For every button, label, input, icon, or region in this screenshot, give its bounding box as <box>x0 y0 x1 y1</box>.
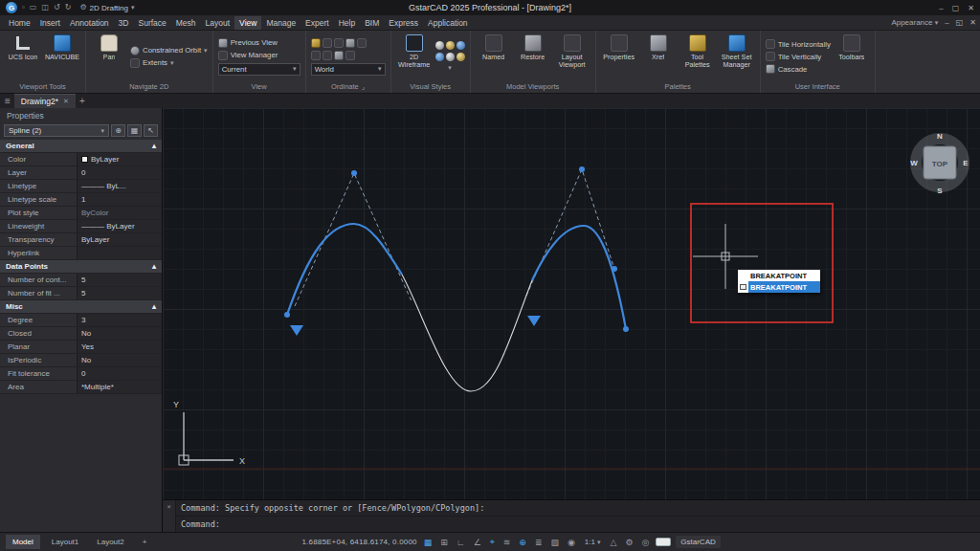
property-row-linetype-scale[interactable]: Linetype scale 1 <box>0 193 162 207</box>
menu-view[interactable]: View <box>234 16 261 30</box>
navcube[interactable]: TOP N S W E <box>910 132 969 195</box>
dynamic-input-icon[interactable]: ⊕ <box>517 538 528 547</box>
visual-style-sketchy-icon[interactable] <box>446 53 455 61</box>
previous-view-button[interactable]: Previous View <box>218 38 301 48</box>
ucs-icon-button[interactable]: UCS Icon <box>5 33 41 79</box>
menu-insert[interactable]: Insert <box>35 16 65 30</box>
selection-cycling-icon[interactable]: ◉ <box>566 538 577 547</box>
ordinate-reset-icon[interactable] <box>345 38 355 48</box>
property-row-plot-style[interactable]: Plot style ByColor <box>0 207 162 220</box>
property-row-hyperlink[interactable]: Hyperlink <box>0 247 162 260</box>
undo-icon[interactable]: ↺ <box>54 4 60 11</box>
ordinate-settings-icon[interactable] <box>357 38 367 48</box>
tile-vertically-button[interactable]: Tile Vertically <box>766 52 831 61</box>
property-row-fit-points[interactable]: Number of fit ... 5 <box>0 287 162 300</box>
properties-palette-button[interactable]: Properties <box>601 33 637 79</box>
visual-style-conceptual-icon[interactable] <box>457 41 465 50</box>
snap-mode-icon[interactable]: ⊞ <box>438 538 450 547</box>
ortho-mode-icon[interactable]: ∟ <box>455 538 467 547</box>
workspace-switching-icon[interactable]: ⚙ <box>623 538 635 547</box>
gstarcad-logo-icon[interactable]: G <box>6 2 17 13</box>
layout-viewport-button[interactable]: Layout Viewport <box>554 33 590 79</box>
property-row-fit-tolerance[interactable]: Fit tolerance 0 <box>0 367 162 381</box>
close-command-window-icon[interactable]: ✕ <box>167 503 170 532</box>
control-point[interactable] <box>623 326 629 332</box>
property-row-isperiodic[interactable]: IsPeriodic No <box>0 354 162 367</box>
autocomplete-item-highlighted[interactable]: BREAKATPOINT <box>738 281 820 293</box>
triangle-grip[interactable] <box>527 316 541 326</box>
spline-segment-right[interactable] <box>532 226 626 329</box>
property-row-layer[interactable]: Layer 0 <box>0 166 162 180</box>
open-file-icon[interactable]: ▭ <box>30 4 37 11</box>
restore-viewports-button[interactable]: Restore <box>515 33 551 79</box>
menu-help[interactable]: Help <box>334 16 360 30</box>
ordinate-y-icon[interactable] <box>334 38 344 48</box>
toolbars-button[interactable]: Toolbars <box>834 33 870 79</box>
drawing-canvas[interactable]: Y X TOP N S W E <box>163 108 980 499</box>
menu-manage[interactable]: Manage <box>261 16 301 30</box>
property-row-control-points[interactable]: Number of cont... 5 <box>0 274 162 287</box>
visual-style-xray-icon[interactable] <box>457 53 465 61</box>
section-header-general[interactable]: General ▴ <box>0 140 162 153</box>
polar-tracking-icon[interactable]: ∠ <box>472 538 483 547</box>
world-ucs-dropdown[interactable]: World ▾ <box>311 63 386 76</box>
chevron-down-icon[interactable]: ▾ <box>435 64 465 72</box>
add-layout-tab[interactable]: + <box>136 535 154 549</box>
select-objects-button[interactable]: ▦ <box>127 124 142 137</box>
menu-express[interactable]: Express <box>384 16 423 30</box>
save-icon[interactable]: ◫ <box>41 4 49 11</box>
menu-annotation[interactable]: Annotation <box>65 16 114 30</box>
control-point[interactable] <box>351 170 357 176</box>
quick-select-button[interactable]: ⊕ <box>111 124 125 137</box>
sheet-set-manager-button[interactable]: Sheet Set Manager <box>719 33 755 79</box>
minimize-button[interactable]: – <box>939 4 943 12</box>
navcube-east[interactable]: E <box>963 159 969 167</box>
control-point[interactable] <box>284 312 290 318</box>
property-row-closed[interactable]: Closed No <box>0 327 162 341</box>
autocomplete-item[interactable]: BREAKATPOINT <box>738 270 820 281</box>
lineweight-display-icon[interactable]: ≣ <box>533 538 545 547</box>
control-point[interactable] <box>579 166 585 172</box>
ordinate-x-icon[interactable] <box>323 38 332 48</box>
new-tab-button[interactable]: + <box>79 96 85 106</box>
dialog-launcher-icon[interactable]: ⌟ <box>362 82 366 91</box>
property-row-transparency[interactable]: Transparency ByLayer <box>0 233 162 247</box>
property-row-planar[interactable]: Planar Yes <box>0 341 162 354</box>
transparency-icon[interactable]: ▨ <box>548 538 561 547</box>
ucs-origin-icon[interactable] <box>323 51 332 60</box>
ucs-named-icon[interactable] <box>345 51 355 60</box>
layout1-tab[interactable]: Layout1 <box>45 535 85 549</box>
menu-bim[interactable]: BIM <box>360 16 384 30</box>
object-snap-tracking-icon[interactable]: ≋ <box>501 538 513 547</box>
tool-palettes-button[interactable]: Tool Palettes <box>679 33 716 79</box>
menu-layout[interactable]: Layout <box>201 16 235 30</box>
triangle-grip[interactable] <box>290 325 303 336</box>
property-row-linetype[interactable]: Linetype ——— ByL... <box>0 180 162 193</box>
doc-close-button[interactable]: ✕ <box>969 18 976 27</box>
document-tab-drawing2[interactable]: Drawing2* ✕ <box>14 94 76 108</box>
visual-style-hidden-icon[interactable] <box>435 53 444 61</box>
menu-mesh[interactable]: Mesh <box>171 16 201 30</box>
visual-style-shaded-icon[interactable] <box>446 41 455 50</box>
annotation-scale-dropdown[interactable]: 1:1 ▾ <box>582 538 604 546</box>
property-row-area[interactable]: Area *Multiple* <box>0 381 162 394</box>
section-header-data-points[interactable]: Data Points ▴ <box>0 260 162 274</box>
xref-palette-button[interactable]: Xref <box>640 33 677 79</box>
constrained-orbit-button[interactable]: Constrained Orbit ▾ <box>130 46 208 55</box>
isolate-objects-icon[interactable]: ◎ <box>639 538 651 547</box>
object-snap-icon[interactable]: ⌖ <box>488 537 497 547</box>
2d-wireframe-button[interactable]: 2D Wireframe <box>396 33 433 79</box>
selection-type-dropdown[interactable]: Spline (2) ▾ <box>4 124 109 137</box>
property-row-degree[interactable]: Degree 3 <box>0 314 162 327</box>
extents-button[interactable]: Extents ▾ <box>130 58 208 68</box>
pick-add-button[interactable]: ↖ <box>144 124 158 137</box>
view-manager-button[interactable]: View Manager <box>218 51 301 60</box>
tile-horizontally-button[interactable]: Tile Horizontally <box>766 39 831 49</box>
menu-3d[interactable]: 3D <box>114 16 134 30</box>
grid-display-icon[interactable]: ▦ <box>422 538 434 547</box>
property-row-lineweight[interactable]: Lineweight ——— ByLayer <box>0 220 162 233</box>
navcube-top-label[interactable]: TOP <box>932 160 948 168</box>
menu-surface[interactable]: Surface <box>133 16 170 30</box>
close-tab-icon[interactable]: ✕ <box>63 98 69 105</box>
command-line[interactable]: ✕ Command: Specify opposite corner or [F… <box>163 499 980 532</box>
